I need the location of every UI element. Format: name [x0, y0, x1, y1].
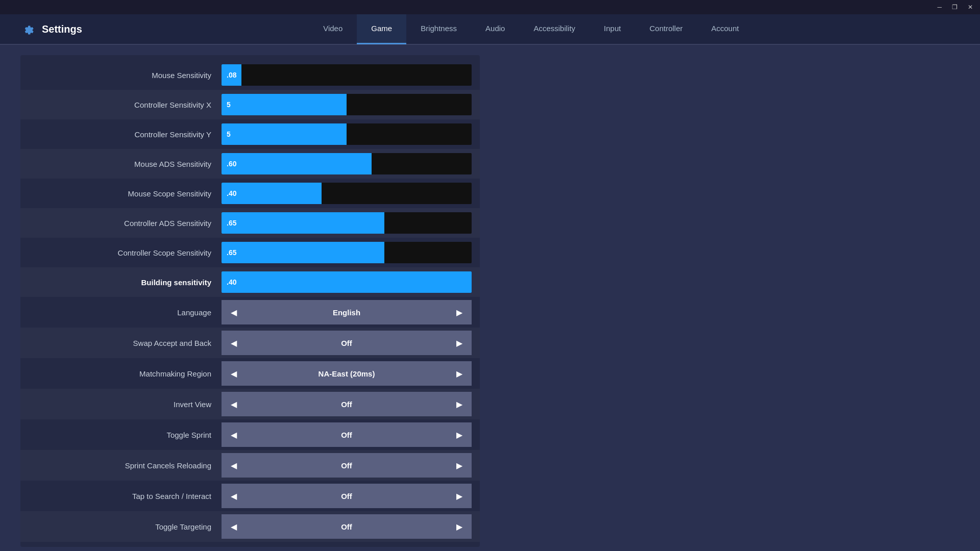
control-controller-ads-sensitivity: .65 [222, 212, 472, 234]
slider-fill-controller-sensitivity-y: 5 [222, 123, 347, 145]
toggle-left-tap-to-search[interactable]: ◀ [222, 484, 246, 508]
toggle-right-sprint-cancels-reloading[interactable]: ▶ [447, 453, 472, 478]
control-toggle-targeting: ◀Off▶ [222, 514, 472, 539]
tab-controller[interactable]: Controller [635, 14, 697, 44]
slider-building-sensitivity[interactable]: .40 [222, 271, 472, 293]
settings-row-matchmaking-region: Matchmaking Region◀NA-East (20ms)▶ [20, 358, 480, 389]
toggle-swap-accept-back: ◀Off▶ [222, 331, 472, 355]
slider-controller-scope-sensitivity[interactable]: .65 [222, 242, 472, 263]
toggle-toggle-targeting: ◀Off▶ [222, 514, 472, 539]
slider-value-mouse-sensitivity: .08 [227, 71, 236, 79]
settings-row-sprint-cancels-reloading: Sprint Cancels Reloading◀Off▶ [20, 450, 480, 481]
settings-row-invert-view: Invert View◀Off▶ [20, 389, 480, 419]
settings-row-toggle-targeting: Toggle Targeting◀Off▶ [20, 511, 480, 542]
toggle-left-matchmaking-region[interactable]: ◀ [222, 361, 246, 386]
slider-controller-ads-sensitivity[interactable]: .65 [222, 212, 472, 234]
app-logo: Settings [20, 21, 82, 37]
toggle-right-toggle-sprint[interactable]: ▶ [447, 422, 472, 447]
toggle-invert-view: ◀Off▶ [222, 392, 472, 416]
toggle-left-sprint-cancels-reloading[interactable]: ◀ [222, 453, 246, 478]
control-controller-sensitivity-y: 5 [222, 123, 472, 145]
label-sprint-cancels-reloading: Sprint Cancels Reloading [29, 461, 222, 470]
tab-input[interactable]: Input [590, 14, 635, 44]
minimize-button[interactable]: ─ [934, 3, 945, 12]
main-content: Mouse Sensitivity.08Controller Sensitivi… [0, 45, 980, 551]
toggle-sprint-cancels-reloading: ◀Off▶ [222, 453, 472, 478]
label-tap-to-search: Tap to Search / Interact [29, 492, 222, 500]
slider-fill-controller-scope-sensitivity: .65 [222, 242, 384, 263]
control-tap-to-search: ◀Off▶ [222, 484, 472, 508]
settings-row-building-sensitivity: Building sensitivity.40 [20, 267, 480, 297]
slider-mouse-sensitivity[interactable]: .08 [222, 64, 472, 86]
toggle-right-swap-accept-back[interactable]: ▶ [447, 331, 472, 355]
gear-icon [20, 21, 36, 37]
slider-value-controller-sensitivity-y: 5 [227, 130, 231, 138]
toggle-language: ◀English▶ [222, 300, 472, 324]
toggle-value-sprint-cancels-reloading: Off [246, 453, 447, 478]
tab-brightness[interactable]: Brightness [406, 14, 471, 44]
slider-fill-mouse-sensitivity: .08 [222, 64, 241, 86]
slider-fill-controller-sensitivity-x: 5 [222, 94, 347, 115]
control-invert-view: ◀Off▶ [222, 392, 472, 416]
settings-row-controller-ads-sensitivity: Controller ADS Sensitivity.65 [20, 208, 480, 238]
settings-row-controller-sensitivity-x: Controller Sensitivity X5 [20, 90, 480, 119]
slider-mouse-ads-sensitivity[interactable]: .60 [222, 153, 472, 174]
toggle-left-language[interactable]: ◀ [222, 300, 246, 324]
tab-game[interactable]: Game [357, 14, 406, 44]
control-matchmaking-region: ◀NA-East (20ms)▶ [222, 361, 472, 386]
toggle-right-language[interactable]: ▶ [447, 300, 472, 324]
control-mouse-ads-sensitivity: .60 [222, 153, 472, 174]
slider-controller-sensitivity-y[interactable]: 5 [222, 123, 472, 145]
toggle-tap-to-search: ◀Off▶ [222, 484, 472, 508]
label-toggle-sprint: Toggle Sprint [29, 431, 222, 439]
toggle-matchmaking-region: ◀NA-East (20ms)▶ [222, 361, 472, 386]
toggle-left-swap-accept-back[interactable]: ◀ [222, 331, 246, 355]
settings-row-tap-to-search: Tap to Search / Interact◀Off▶ [20, 481, 480, 511]
toggle-right-tap-to-search[interactable]: ▶ [447, 484, 472, 508]
slider-fill-mouse-ads-sensitivity: .60 [222, 153, 372, 174]
label-building-sensitivity: Building sensitivity [29, 278, 222, 287]
label-controller-sensitivity-x: Controller Sensitivity X [29, 101, 222, 109]
label-mouse-ads-sensitivity: Mouse ADS Sensitivity [29, 160, 222, 168]
label-mouse-scope-sensitivity: Mouse Scope Sensitivity [29, 189, 222, 198]
close-button[interactable]: ✕ [965, 3, 976, 12]
tab-accessibility[interactable]: Accessibility [519, 14, 590, 44]
tab-account[interactable]: Account [697, 14, 753, 44]
slider-value-mouse-ads-sensitivity: .60 [227, 160, 236, 168]
control-controller-sensitivity-x: 5 [222, 94, 472, 115]
control-sprint-cancels-reloading: ◀Off▶ [222, 453, 472, 478]
control-building-sensitivity: .40 [222, 271, 472, 293]
tab-audio[interactable]: Audio [471, 14, 519, 44]
toggle-value-invert-view: Off [246, 392, 447, 416]
toggle-toggle-sprint: ◀Off▶ [222, 422, 472, 447]
toggle-left-toggle-targeting[interactable]: ◀ [222, 514, 246, 539]
toggle-left-toggle-sprint[interactable]: ◀ [222, 422, 246, 447]
toggle-right-matchmaking-region[interactable]: ▶ [447, 361, 472, 386]
toggle-left-invert-view[interactable]: ◀ [222, 392, 246, 416]
label-matchmaking-region: Matchmaking Region [29, 369, 222, 378]
toggle-value-toggle-targeting: Off [246, 514, 447, 539]
settings-row-toggle-sprint: Toggle Sprint◀Off▶ [20, 419, 480, 450]
toggle-value-tap-to-search: Off [246, 484, 447, 508]
tab-video[interactable]: Video [309, 14, 357, 44]
control-language: ◀English▶ [222, 300, 472, 324]
label-controller-sensitivity-y: Controller Sensitivity Y [29, 130, 222, 139]
slider-value-building-sensitivity: .40 [227, 278, 236, 286]
slider-controller-sensitivity-x[interactable]: 5 [222, 94, 472, 115]
control-mouse-scope-sensitivity: .40 [222, 183, 472, 204]
settings-window: Settings Video Game Brightness Audio Acc… [0, 14, 980, 551]
settings-row-mouse-sensitivity: Mouse Sensitivity.08 [20, 60, 480, 90]
slider-mouse-scope-sensitivity[interactable]: .40 [222, 183, 472, 204]
settings-row-controller-scope-sensitivity: Controller Scope Sensitivity.65 [20, 238, 480, 267]
label-mouse-sensitivity: Mouse Sensitivity [29, 71, 222, 80]
settings-row-swap-accept-back: Swap Accept and Back◀Off▶ [20, 328, 480, 358]
toggle-right-toggle-targeting[interactable]: ▶ [447, 514, 472, 539]
restore-button[interactable]: ❐ [949, 3, 961, 12]
toggle-right-invert-view[interactable]: ▶ [447, 392, 472, 416]
nav-tabs: Video Game Brightness Audio Accessibilit… [103, 14, 960, 44]
settings-panel: Mouse Sensitivity.08Controller Sensitivi… [20, 55, 480, 547]
toggle-value-toggle-sprint: Off [246, 422, 447, 447]
label-controller-ads-sensitivity: Controller ADS Sensitivity [29, 219, 222, 228]
control-mouse-sensitivity: .08 [222, 64, 472, 86]
toggle-value-matchmaking-region: NA-East (20ms) [246, 361, 447, 386]
